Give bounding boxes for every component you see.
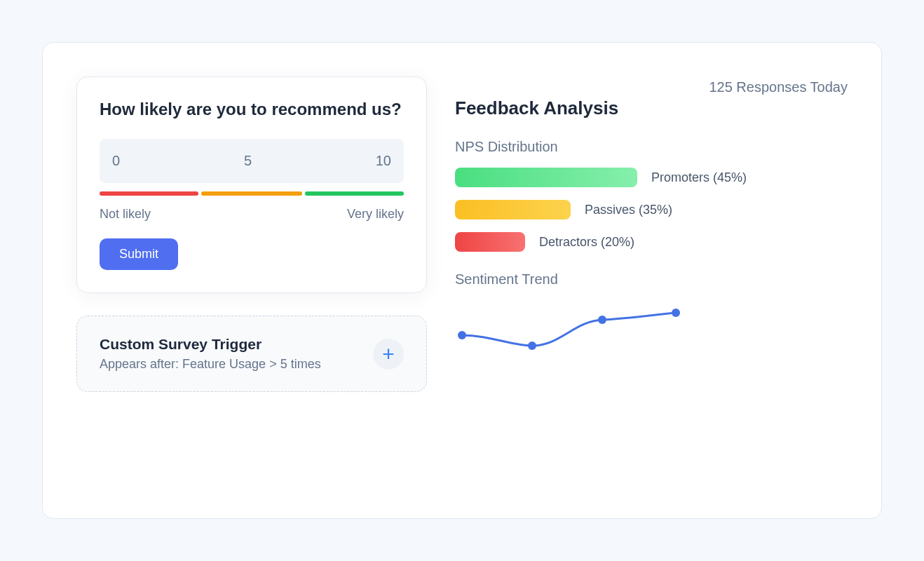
scale-mid: 5	[244, 153, 252, 169]
survey-question: How likely are you to recommend us?	[100, 100, 404, 119]
sentiment-point-3	[598, 316, 606, 324]
sentiment-trend-label: Sentiment Trend	[455, 271, 848, 288]
responses-today-text: 125 Responses Today	[709, 79, 848, 95]
add-trigger-button[interactable]: +	[373, 339, 404, 370]
detractors-bar	[455, 232, 525, 252]
scale-low-label: Not likely	[100, 207, 151, 222]
scale-end-labels: Not likely Very likely	[100, 207, 404, 222]
scale-high-label: Very likely	[347, 207, 404, 222]
nps-distribution-label: NPS Distribution	[455, 139, 848, 155]
nps-distribution-chart: Promoters (45%) Passives (35%) Detractor…	[455, 168, 848, 252]
promoters-bar	[455, 168, 637, 187]
trigger-text-group: Custom Survey Trigger Appears after: Fea…	[100, 336, 321, 372]
detractors-label: Detractors (20%)	[539, 235, 634, 250]
trigger-subtitle: Appears after: Feature Usage > 5 times	[100, 357, 321, 372]
submit-button[interactable]: Submit	[100, 238, 178, 270]
scale-color-segments	[100, 191, 404, 196]
sentiment-point-4	[672, 309, 680, 317]
scale-max: 10	[376, 153, 391, 169]
sentiment-section: Sentiment Trend	[455, 271, 848, 359]
scale-segment-detractors	[100, 191, 198, 196]
sentiment-point-1	[458, 331, 466, 339]
plus-icon: +	[382, 342, 395, 366]
scale-segment-passives	[201, 191, 303, 196]
right-column: Feedback Analysis NPS Distribution Promo…	[455, 76, 848, 392]
promoters-label: Promoters (45%)	[651, 170, 747, 185]
scale-segment-promoters	[305, 191, 404, 196]
custom-trigger-card: Custom Survey Trigger Appears after: Fea…	[76, 316, 427, 392]
nps-survey-card: How likely are you to recommend us? 0 5 …	[76, 76, 427, 293]
left-column: How likely are you to recommend us? 0 5 …	[76, 76, 427, 392]
dist-row-passives: Passives (35%)	[455, 200, 848, 219]
dist-row-detractors: Detractors (20%)	[455, 232, 848, 252]
scale-min: 0	[112, 153, 120, 169]
sentiment-trend-chart	[455, 307, 686, 356]
trigger-title: Custom Survey Trigger	[100, 336, 321, 353]
sentiment-point-2	[528, 342, 536, 350]
columns-layout: How likely are you to recommend us? 0 5 …	[76, 76, 848, 392]
nps-scale-track[interactable]: 0 5 10	[100, 139, 404, 183]
responses-today-badge: 125 Responses Today	[709, 79, 848, 95]
passives-label: Passives (35%)	[585, 203, 672, 217]
dashboard-panel: 125 Responses Today How likely are you t…	[42, 42, 882, 519]
dist-row-promoters: Promoters (45%)	[455, 168, 848, 187]
passives-bar	[455, 200, 571, 219]
analysis-title: Feedback Analysis	[455, 97, 848, 119]
